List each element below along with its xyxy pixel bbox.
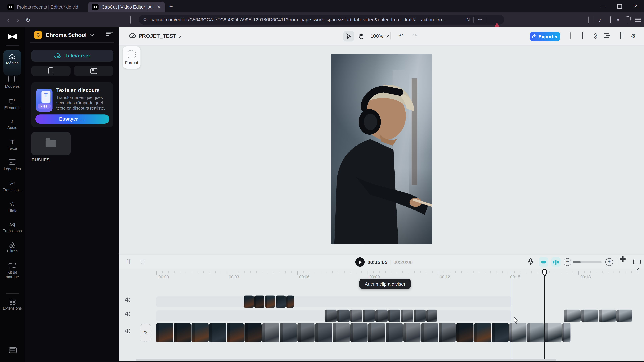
play-button[interactable] xyxy=(355,257,364,267)
window-maximize-button[interactable] xyxy=(611,0,628,12)
sidebar-item-extensions[interactable]: Extensions xyxy=(0,299,25,310)
upload-button[interactable]: Téléverser xyxy=(31,50,113,62)
window-minimize-button[interactable]: — xyxy=(595,0,611,12)
ruler-minor-tick xyxy=(344,271,344,273)
sidebar-item-transcription[interactable]: ✂ Transcrip... xyxy=(0,180,25,192)
search-sidebar-icon[interactable] xyxy=(588,16,589,23)
window-close-button[interactable]: ✕ xyxy=(628,0,644,12)
clip-thumbnail-frame xyxy=(280,323,297,342)
ruler-minor-tick xyxy=(532,271,532,273)
zoom-level-dropdown[interactable]: 100% xyxy=(370,33,388,39)
capcut-logo[interactable] xyxy=(8,32,17,41)
timeline-clip[interactable] xyxy=(324,310,438,322)
format-button[interactable]: Format xyxy=(123,46,140,68)
hand-tool-button[interactable] xyxy=(356,31,366,41)
export-button[interactable]: Exporter xyxy=(530,32,560,41)
track1-background-bar[interactable] xyxy=(156,296,511,307)
sidebar-item-modeles[interactable]: Modèles xyxy=(0,76,25,89)
undo-icon[interactable]: ↶ xyxy=(398,32,404,39)
url-text[interactable]: capcut.com/editor/C5643CCA-7FC8-4324-A99… xyxy=(150,17,462,22)
render-queue-icon[interactable] xyxy=(604,33,612,38)
settings-gear-icon[interactable]: ⚙ xyxy=(629,32,638,39)
ruler-minor-tick xyxy=(373,271,374,273)
timeline-zoom-out-icon[interactable]: − xyxy=(564,258,572,266)
select-tool-button[interactable] xyxy=(343,31,354,41)
help-icon[interactable]: ? xyxy=(592,32,600,39)
wallet-icon[interactable] xyxy=(610,16,611,23)
sidebar-item-filtres[interactable]: Filtres xyxy=(0,242,25,253)
voiceover-mic-icon[interactable] xyxy=(528,258,533,265)
share-icon[interactable]: ↪ xyxy=(478,17,482,22)
timeline-zoom-slider[interactable] xyxy=(572,261,602,263)
leo-ai-icon[interactable]: ✦ xyxy=(616,16,620,23)
split-clip-icon[interactable]: ][ xyxy=(127,259,131,264)
ruler-minor-tick xyxy=(397,271,397,273)
timeline-clip[interactable] xyxy=(244,296,294,308)
reload-icon[interactable]: ↻ xyxy=(23,16,33,24)
track2-mute-icon[interactable] xyxy=(125,311,131,317)
ruler-major-tick xyxy=(578,271,579,275)
extension-icon[interactable] xyxy=(494,17,500,22)
shortcuts-keyboard-icon[interactable] xyxy=(9,347,17,353)
sidebar-item-audio[interactable]: ♪ Audio xyxy=(0,118,25,130)
screen-record-button[interactable] xyxy=(74,66,113,76)
sidebar-item-transitions[interactable]: ⋈ Transitions xyxy=(0,221,25,233)
sidebar-item-legendes[interactable]: Légendes xyxy=(0,159,25,171)
chevron-down-icon[interactable] xyxy=(177,34,181,38)
back-icon[interactable]: ‹ xyxy=(3,16,13,23)
ruler-minor-tick xyxy=(332,271,332,273)
clip-thumbnail-frame xyxy=(421,323,438,342)
reader-mode-icon[interactable]: N xyxy=(466,17,470,22)
ruler-major-tick xyxy=(156,271,157,275)
delete-clip-icon[interactable] xyxy=(140,259,146,265)
preview-display-icon[interactable] xyxy=(633,259,641,272)
ruler-minor-tick xyxy=(414,271,415,273)
browser-tab-recent-projects[interactable]: Projets récents | Éditeur de vidéos tou xyxy=(3,2,86,12)
playhead[interactable] xyxy=(544,269,545,360)
ruler-major-tick xyxy=(368,271,368,275)
new-tab-button[interactable]: + xyxy=(169,3,173,9)
import-from-phone-button[interactable] xyxy=(31,66,70,76)
clip-thumbnail-frame xyxy=(174,323,191,342)
sort-icon[interactable] xyxy=(106,32,112,36)
transcription-scissors-icon: ✂ xyxy=(0,180,25,187)
timeline-zoom-in-icon[interactable]: + xyxy=(606,258,613,266)
browser-tab-capcut-editor[interactable]: CapCut | Video Editor | All-In-On ✕ xyxy=(88,2,165,12)
track1-mute-icon[interactable] xyxy=(125,297,131,303)
clip-thumbnail-frame xyxy=(191,323,208,342)
tab-close-icon[interactable]: ✕ xyxy=(157,4,161,10)
device-check-icon[interactable] xyxy=(579,32,587,38)
ruler-minor-tick xyxy=(315,271,315,273)
export-to-device-icon[interactable] xyxy=(566,32,574,38)
address-bar[interactable]: ⚙ capcut.com/editor/C5643CCA-7FC8-4324-A… xyxy=(139,15,504,25)
save-to-device-icon[interactable] xyxy=(474,17,474,22)
sidebar-item-medias[interactable]: Médias xyxy=(0,54,25,65)
site-settings-icon[interactable]: ⚙ xyxy=(143,17,147,22)
sidebar-item-elements[interactable]: + Éléments xyxy=(0,97,25,110)
menu-icon[interactable] xyxy=(636,18,641,22)
ruler-minor-tick xyxy=(450,271,450,273)
track3-draw-tool[interactable]: ✎ xyxy=(140,324,151,341)
vpn-shield-icon[interactable] xyxy=(625,16,631,23)
ruler-minor-tick xyxy=(326,271,327,273)
playhead-handle[interactable] xyxy=(542,269,547,277)
sidebar-item-effets[interactable]: ☆ Effets xyxy=(0,201,25,213)
redo-icon[interactable]: ↷ xyxy=(412,32,418,39)
workspace-avatar: C xyxy=(34,31,42,39)
track3-mute-icon[interactable] xyxy=(125,328,131,334)
project-title[interactable]: PROJET_TEST xyxy=(138,33,176,39)
media-playlist-icon[interactable]: ♪ xyxy=(599,16,602,23)
layout-panels-icon[interactable] xyxy=(616,32,625,38)
tts-try-button[interactable]: Essayer→ xyxy=(36,114,109,123)
forward-icon[interactable]: › xyxy=(13,16,23,23)
bookmarks-sidebar-icon[interactable] xyxy=(130,16,131,24)
timeline-clip[interactable] xyxy=(564,310,632,322)
auto-snap-toggle[interactable] xyxy=(539,257,548,267)
workspace-switcher[interactable]: C Chroma School xyxy=(34,30,93,39)
link-preview-toggle[interactable] xyxy=(551,257,561,267)
sidebar-item-texte[interactable]: T Texte xyxy=(0,139,25,151)
folder-item[interactable] xyxy=(31,132,70,155)
elements-icon: + xyxy=(0,97,25,105)
sidebar-item-kit-de-marque[interactable]: Kit de marque xyxy=(0,263,25,279)
timeline-clip[interactable] xyxy=(156,323,571,342)
